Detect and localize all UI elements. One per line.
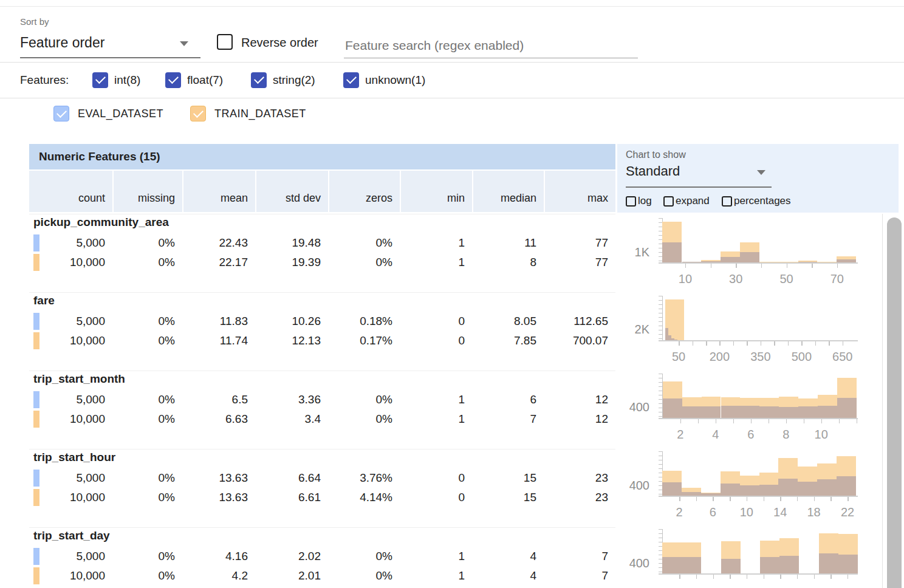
hist-bar-eval	[740, 252, 759, 262]
stat-cell: 0%	[112, 488, 182, 507]
checkbox-checked-icon[interactable]	[165, 72, 181, 88]
stat-cell: 5,000	[29, 547, 112, 566]
chart-option-label: log	[638, 195, 652, 207]
stat-cell: 19.48	[255, 234, 328, 252]
hist-bar-eval	[740, 406, 759, 418]
x-axis-tick-label: 200	[710, 350, 730, 364]
checkbox-checked-icon[interactable]	[92, 72, 108, 88]
stat-cell: 10,000	[29, 410, 112, 428]
chart-dropdown-underline	[626, 186, 772, 188]
dataset-color-swatch	[33, 313, 39, 330]
stat-cell: 12.13	[255, 332, 328, 350]
hist-bar-eval	[818, 406, 837, 418]
hist-bar-eval	[702, 406, 721, 418]
checkbox-checked-icon[interactable]	[251, 72, 267, 88]
x-axis-tick	[713, 497, 714, 501]
feature-type-filter-1[interactable]: float(7)	[165, 72, 223, 88]
histogram-plot	[662, 374, 858, 418]
stat-cell: 12	[544, 391, 615, 409]
x-axis-tick	[733, 419, 734, 423]
stat-cell: 4.2	[182, 567, 255, 585]
dataset-color-swatch	[33, 470, 39, 487]
x-axis-tick	[680, 419, 682, 423]
x-axis-tick	[821, 419, 823, 423]
stat-cell: 3.76%	[328, 469, 400, 487]
stat-cell: 7	[544, 567, 615, 585]
checkbox-empty-icon[interactable]	[722, 196, 732, 207]
features-filter-label: Features:	[20, 74, 69, 87]
stat-cell: 4	[472, 547, 544, 566]
hist-bar-eval	[721, 257, 740, 262]
stat-cell: 0%	[112, 234, 182, 252]
stats-row: 5,0000%11.8310.260.18%08.05112.65	[29, 312, 615, 330]
stat-cell: 11.83	[182, 312, 255, 330]
stat-cell: 23	[544, 488, 615, 507]
reverse-order-label: Reverse order	[241, 36, 318, 50]
x-axis-tick	[761, 264, 762, 268]
sort-underline	[20, 57, 200, 58]
histogram-trip_start_day: 400	[628, 525, 868, 588]
x-axis-line	[659, 340, 858, 341]
dataset-legend-item-0[interactable]: EVAL_DATASET	[53, 106, 163, 121]
checkbox-empty-icon[interactable]	[663, 196, 674, 207]
x-axis-tick-label: 6	[747, 428, 754, 442]
stat-cell: 4	[472, 567, 544, 585]
vertical-scrollbar-track[interactable]	[882, 214, 904, 588]
x-axis-tick	[751, 419, 752, 423]
stat-cell: 10,000	[29, 253, 112, 272]
x-axis-tick-label: 50	[779, 272, 793, 286]
x-axis-tick	[814, 497, 815, 501]
histograms-column: 1K103050702K5020035050065040024681040026…	[628, 214, 871, 588]
checkbox-empty-icon[interactable]	[626, 196, 636, 207]
stats-row: 5,0000%4.162.020%147	[29, 547, 615, 566]
feature-type-filter-0[interactable]: int(8)	[92, 72, 140, 88]
feature-search-input[interactable]	[344, 33, 638, 58]
chevron-down-icon[interactable]	[757, 170, 765, 175]
stat-cell: 0	[400, 332, 472, 350]
stat-cell: 15	[472, 469, 544, 487]
stat-cell: 0	[400, 488, 472, 507]
check-icon	[168, 74, 179, 84]
dataset-color-swatch	[33, 411, 39, 428]
x-axis-tick-label: 2	[677, 428, 683, 442]
x-axis-tick	[774, 341, 775, 346]
chart-option-1[interactable]: expand	[663, 195, 710, 207]
stat-cell: 6	[472, 391, 544, 409]
dataset-legend-item-1[interactable]: TRAIN_DATASET	[190, 106, 306, 121]
feature-type-filter-2[interactable]: string(2)	[251, 72, 315, 88]
chart-to-show-dropdown[interactable]: Standard	[626, 163, 680, 179]
feature-type-filter-3[interactable]: unknown(1)	[343, 72, 425, 88]
histogram-plot	[662, 452, 858, 496]
hist-bar-eval	[837, 398, 857, 418]
x-axis-tick	[830, 497, 832, 501]
sort-by-dropdown[interactable]: Feature order	[20, 35, 104, 51]
hist-bar-eval	[662, 557, 682, 573]
dataset-checkbox-icon[interactable]	[53, 106, 69, 121]
hist-bar-eval	[721, 559, 741, 573]
chart-controls-panel: Chart to show Standard logexpandpercenta…	[617, 144, 899, 213]
feature-type-label: int(8)	[114, 74, 140, 87]
stat-cell: 0%	[112, 410, 182, 428]
hist-bar-eval	[819, 553, 838, 573]
stat-cell: 0%	[112, 391, 182, 409]
feature-stats-list: pickup_community_area5,0000%22.4319.480%…	[29, 214, 615, 588]
hist-bar-eval	[779, 556, 799, 573]
column-header-0: count	[29, 171, 112, 212]
chart-option-2[interactable]: percentages	[722, 195, 791, 207]
stat-cell: 0	[400, 469, 472, 487]
x-axis-tick	[857, 419, 858, 423]
vertical-scrollbar-thumb[interactable]	[887, 217, 902, 588]
dataset-checkbox-icon[interactable]	[190, 106, 206, 121]
reverse-order-checkbox[interactable]	[217, 34, 233, 50]
checkbox-checked-icon[interactable]	[343, 72, 359, 88]
feature-block-trip_start_day: trip_start_day5,0000%4.162.020%14710,000…	[29, 527, 615, 588]
histogram-plot	[662, 219, 858, 262]
x-axis-tick-label: 4	[712, 428, 719, 442]
chevron-down-icon[interactable]	[180, 41, 188, 46]
x-axis-tick	[761, 341, 762, 346]
chart-option-0[interactable]: log	[626, 195, 652, 207]
stat-cell: 0%	[112, 547, 182, 566]
x-axis-tick	[736, 264, 737, 268]
stat-cell: 6.5	[182, 391, 255, 409]
x-axis-tick	[730, 575, 731, 579]
